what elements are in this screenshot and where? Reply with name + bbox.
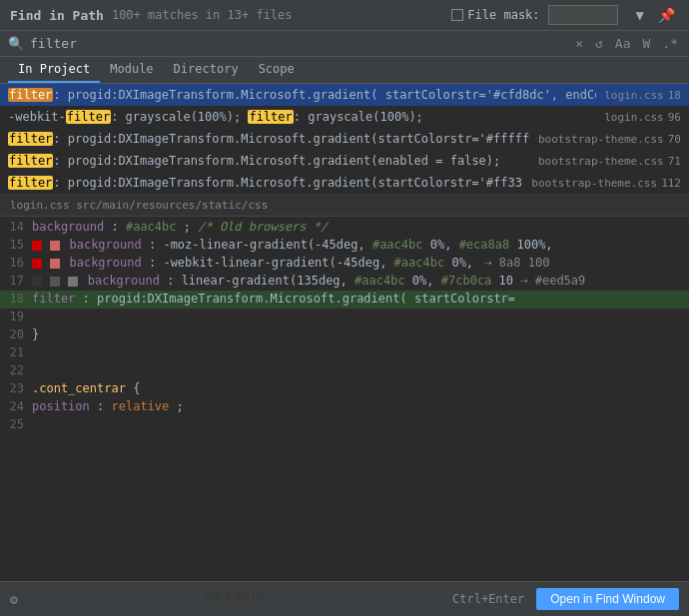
line-number: 14 xyxy=(0,220,32,234)
match-count: 100+ matches in 13+ files xyxy=(112,8,293,22)
line-content: background : -moz-linear-gradient(-45deg… xyxy=(32,238,689,252)
header-bar: Find in Path 100+ matches in 13+ files F… xyxy=(0,0,689,31)
file-mask-label: File mask: xyxy=(451,8,539,22)
keyword-highlight: filter xyxy=(8,132,53,146)
pin-icon[interactable]: 📌 xyxy=(654,5,679,25)
match-case-button[interactable]: Aa xyxy=(612,35,634,52)
line-number: 22 xyxy=(0,363,32,377)
line-content: position : relative ; xyxy=(32,399,689,413)
code-panel[interactable]: 14 background : #aac4bc ; /* Old browser… xyxy=(0,216,689,534)
search-actions: × ↺ Aa W .* xyxy=(572,35,681,52)
keyword-highlight: filter xyxy=(66,110,111,124)
code-line: 15 background : -moz-linear-gradient(-45… xyxy=(0,237,689,255)
result-line: 96 xyxy=(668,111,681,124)
footer: ⚙ REEBUF Ctrl+Enter Open in Find Window xyxy=(0,581,689,616)
tab-scope[interactable]: Scope xyxy=(249,57,305,83)
line-number: 20 xyxy=(0,327,32,341)
reload-button[interactable]: ↺ xyxy=(592,35,606,52)
code-line: 20 } xyxy=(0,326,689,344)
code-line: 25 xyxy=(0,416,689,434)
code-line: 24 position : relative ; xyxy=(0,398,689,416)
keyword-highlight: filter xyxy=(8,154,53,168)
file-mask-checkbox[interactable] xyxy=(451,9,463,21)
result-text: filter: progid:DXImageTransform.Microsof… xyxy=(8,132,530,146)
line-number: 16 xyxy=(0,256,32,270)
result-text: -webkit-filter: grayscale(100%); filter:… xyxy=(8,110,596,124)
clear-search-button[interactable]: × xyxy=(572,35,586,52)
code-line: 16 background : -webkit-linear-gradient(… xyxy=(0,255,689,273)
line-number: 21 xyxy=(0,345,32,359)
file-path-text: login.css src/main/resources/static/css xyxy=(10,199,268,212)
result-row[interactable]: filter: progid:DXImageTransform.Microsof… xyxy=(0,150,689,172)
result-file: login.css xyxy=(604,89,664,102)
result-file: login.css xyxy=(604,111,664,124)
line-number: 23 xyxy=(0,381,32,395)
tab-module[interactable]: Module xyxy=(100,57,163,83)
result-file: bootstrap-theme.css xyxy=(531,177,657,190)
result-text: filter: progid:DXImageTransform.Microsof… xyxy=(8,154,530,168)
code-line: 19 xyxy=(0,308,689,326)
result-row[interactable]: filter: progid:DXImageTransform.Microsof… xyxy=(0,128,689,150)
keyword-highlight: filter xyxy=(8,176,53,190)
shortcut-label: Ctrl+Enter xyxy=(452,592,524,606)
filter-icon[interactable]: ▼ xyxy=(632,5,648,25)
code-line: 14 background : #aac4bc ; /* Old browser… xyxy=(0,219,689,237)
line-number: 17 xyxy=(0,274,32,288)
result-line: 71 xyxy=(668,155,681,168)
code-line: 21 xyxy=(0,344,689,362)
line-number: 18 xyxy=(0,292,32,306)
results-list: filter: progid:DXImageTransform.Microsof… xyxy=(0,84,689,194)
code-line: 23 .cont_centrar { xyxy=(0,380,689,398)
logo-text: REEBUF xyxy=(204,590,268,609)
whole-word-button[interactable]: W xyxy=(640,35,654,52)
line-content: background : #aac4bc ; /* Old browsers *… xyxy=(32,220,689,234)
code-line: 17 background : linear-gradient(135deg, … xyxy=(0,273,689,291)
line-content: } xyxy=(32,327,689,341)
result-line: 112 xyxy=(661,177,681,190)
tabs-bar: In Project Module Directory Scope xyxy=(0,57,689,84)
result-text: filter: progid:DXImageTransform.Microsof… xyxy=(8,88,596,102)
code-line: 22 xyxy=(0,362,689,380)
result-file: bootstrap-theme.css xyxy=(538,155,664,168)
result-line: 70 xyxy=(668,133,681,146)
line-content: .cont_centrar { xyxy=(32,381,689,395)
line-content: background : -webkit-linear-gradient(-45… xyxy=(32,256,689,270)
line-number: 19 xyxy=(0,309,32,323)
file-mask-input[interactable] xyxy=(548,5,618,25)
code-line-highlighted: 18 filter : progid:DXImageTransform.Micr… xyxy=(0,291,689,308)
line-number: 15 xyxy=(0,238,32,252)
open-in-find-window-button[interactable]: Open in Find Window xyxy=(536,588,679,610)
line-number: 24 xyxy=(0,399,32,413)
search-bar: 🔍 × ↺ Aa W .* xyxy=(0,31,689,57)
main-content: filter: progid:DXImageTransform.Microsof… xyxy=(0,84,689,572)
line-content: background : linear-gradient(135deg, #aa… xyxy=(32,274,689,288)
tab-directory[interactable]: Directory xyxy=(164,57,249,83)
search-input[interactable] xyxy=(30,36,566,51)
keyword-highlight2: filter xyxy=(248,110,293,124)
search-icon: 🔍 xyxy=(8,36,24,51)
settings-icon[interactable]: ⚙ xyxy=(10,592,18,607)
result-line: 18 xyxy=(668,89,681,102)
panel-title: Find in Path xyxy=(10,8,104,23)
result-text: filter: progid:DXImageTransform.Microsof… xyxy=(8,176,523,190)
keyword-highlight: filter xyxy=(8,88,53,102)
line-number: 25 xyxy=(0,417,32,431)
tab-in-project[interactable]: In Project xyxy=(8,57,100,83)
line-content: filter : progid:DXImageTransform.Microso… xyxy=(32,292,689,306)
result-row[interactable]: filter: progid:DXImageTransform.Microsof… xyxy=(0,172,689,194)
file-path-row: login.css src/main/resources/static/css xyxy=(0,194,689,216)
result-file: bootstrap-theme.css xyxy=(538,133,664,146)
result-row[interactable]: -webkit-filter: grayscale(100%); filter:… xyxy=(0,106,689,128)
result-row[interactable]: filter: progid:DXImageTransform.Microsof… xyxy=(0,84,689,106)
regex-button[interactable]: .* xyxy=(659,35,681,52)
